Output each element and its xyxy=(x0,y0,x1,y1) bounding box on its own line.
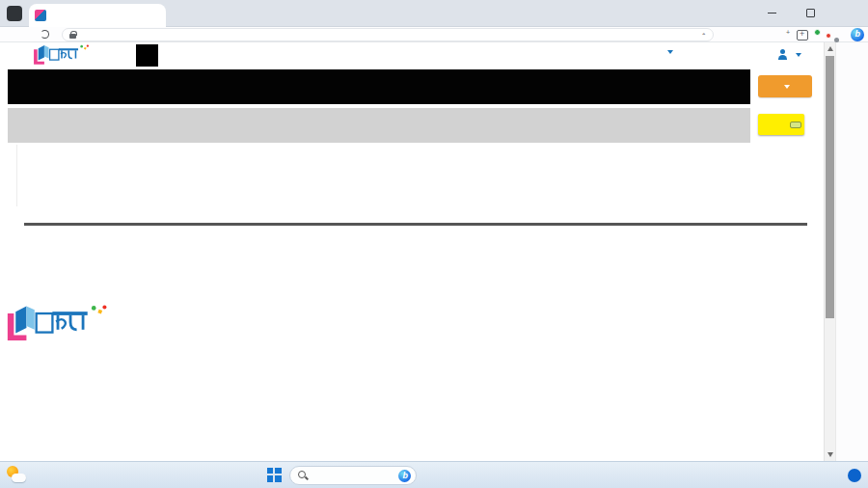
parent-user-menu[interactable] xyxy=(777,49,801,60)
taskbar-search-box[interactable] xyxy=(289,466,417,485)
performance-sub-navigation xyxy=(8,108,750,143)
my-favourite-widget[interactable] xyxy=(758,114,804,135)
more-action-button[interactable] xyxy=(758,75,812,97)
browser-tab[interactable] xyxy=(29,4,166,27)
windows-taskbar xyxy=(0,461,868,488)
bing-icon xyxy=(398,470,411,482)
chevron-down-icon xyxy=(784,85,790,89)
address-bar[interactable] xyxy=(62,28,714,41)
site-favicon xyxy=(35,10,46,21)
collections-icon[interactable] xyxy=(797,30,808,41)
refresh-button[interactable] xyxy=(41,30,49,39)
chevron-down-icon xyxy=(796,53,801,57)
scroll-up-arrow-icon[interactable] xyxy=(827,46,833,51)
browser-titlebar xyxy=(0,0,868,27)
tab-actions-menu-icon[interactable] xyxy=(7,6,22,21)
minimize-button[interactable] xyxy=(752,0,791,26)
close-button[interactable] xyxy=(829,0,868,26)
web-page xyxy=(0,42,835,461)
taskbar-weather-widget[interactable] xyxy=(6,465,32,484)
partly-sunny-icon xyxy=(6,465,27,484)
main-navigation xyxy=(8,69,750,104)
notification-count-badge[interactable] xyxy=(848,469,861,482)
lock-icon xyxy=(69,34,76,39)
minimize-icon xyxy=(768,13,776,14)
section-divider xyxy=(24,223,807,226)
avatar-notification-dot xyxy=(826,33,831,39)
toolbar-actions xyxy=(786,27,864,42)
system-tray xyxy=(830,462,868,488)
window-controls xyxy=(752,0,868,26)
page-scrollbar[interactable] xyxy=(824,42,835,461)
windows-start-icon[interactable] xyxy=(267,468,282,482)
abhyas-logo-footer xyxy=(4,301,112,357)
maximize-button[interactable] xyxy=(791,0,829,26)
scroll-down-arrow-icon[interactable] xyxy=(827,452,833,457)
enable-favourite-button[interactable] xyxy=(790,122,801,128)
maximize-icon xyxy=(806,9,815,17)
screen xyxy=(0,0,868,488)
content-panel-edge xyxy=(16,145,17,206)
browser-toolbar xyxy=(0,27,868,42)
person-icon xyxy=(777,49,788,60)
scrollbar-thumb[interactable] xyxy=(826,56,834,318)
header-black-box xyxy=(136,44,158,67)
chevron-down-icon xyxy=(667,50,673,54)
switch-to-course-dropdown[interactable] xyxy=(664,50,673,54)
bing-discover-icon[interactable] xyxy=(851,28,864,41)
search-icon xyxy=(298,471,309,481)
edge-sidebar xyxy=(835,42,868,461)
